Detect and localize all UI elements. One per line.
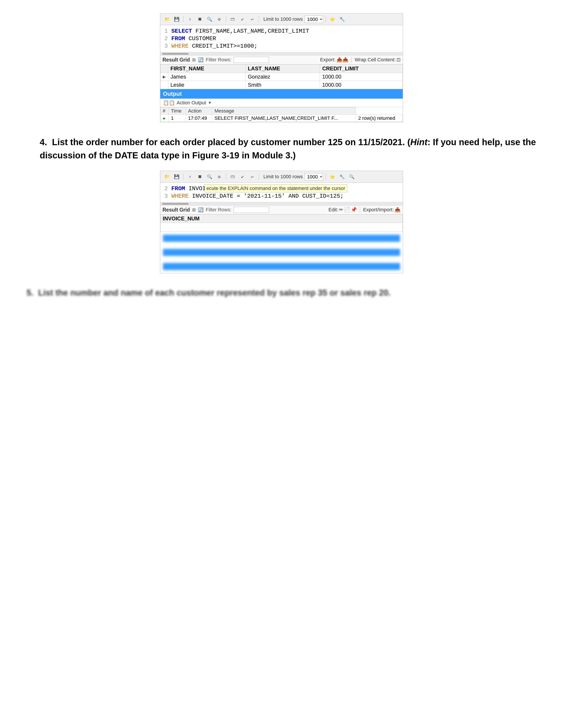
edit-icon-pencil: ✏ (339, 207, 343, 213)
hint-italic: Hint (410, 137, 428, 147)
grid-icon[interactable] (192, 57, 196, 62)
gap-2 (163, 257, 400, 262)
result-table-2: INVOICE_NUM (160, 214, 403, 232)
action-page-icon: 📋 (163, 100, 175, 106)
workbench-panel-2: Limit to 1000 rows 1000 2 FROM INVOICES … (160, 171, 403, 273)
result-grid-tab-2[interactable]: Result Grid (162, 207, 190, 213)
edit-icon-copy: 📄 (344, 207, 350, 213)
result-bar-2: Result Grid Filter Rows: Edit: ✏ 📄 📌 Exp… (160, 205, 403, 214)
filter-label: Filter Rows: (206, 57, 231, 63)
limit-label-2: Limit to 1000 rows (263, 174, 303, 180)
save-icon[interactable] (173, 15, 180, 23)
db-icon[interactable] (229, 15, 237, 23)
limit-select[interactable]: 1000 (305, 16, 323, 23)
search-icon-3[interactable] (348, 173, 356, 181)
refresh-icon[interactable] (198, 57, 203, 62)
export-button[interactable]: Export: 📤 (320, 57, 349, 63)
search-icon[interactable] (205, 15, 213, 23)
table-row-empty (160, 223, 403, 232)
sql-content-3a: WHERE INVOICE_DATE = '2021-11-15' AND CU… (171, 193, 344, 199)
folder-icon[interactable] (163, 15, 171, 23)
col-invoice-num: INVOICE_NUM (160, 215, 403, 223)
sql-condition-2: INVOICE_DATE = '2021-11-15' AND CUST_ID=… (192, 193, 344, 199)
stop-icon[interactable] (196, 15, 204, 23)
export-label: Export: (320, 57, 336, 63)
cell-last-name: Gonzalez (245, 73, 320, 81)
execute-icon-2[interactable] (186, 173, 194, 181)
filter-input[interactable] (233, 57, 269, 63)
blurred-results (160, 232, 403, 273)
item-4: 4. List the order number for each order … (26, 135, 537, 162)
log-message: 2 row(s) returned (356, 115, 403, 122)
wrench-icon-2[interactable] (338, 173, 346, 181)
output-bar: Output (160, 89, 403, 99)
refresh-icon-2[interactable] (198, 207, 203, 212)
item-5-blurred: 5. List the number and name of each cust… (26, 287, 537, 299)
sql-line-2a: 2 FROM INVOICES ecute the EXPLAIN comman… (160, 185, 403, 192)
cell-credit-limit: 1000.00 (320, 81, 403, 89)
action-bar: 📋 Action Output ▼ (160, 99, 403, 107)
wrench-icon[interactable] (338, 15, 346, 23)
export-import-button[interactable]: Export/Import: 📤 (363, 207, 401, 213)
col-arrow (160, 65, 168, 73)
save-icon-2[interactable] (173, 173, 180, 181)
sql-cols: FIRST_NAME,LAST_NAME,CREDIT_LIMIT (195, 28, 309, 34)
section-panel2: Limit to 1000 rows 1000 2 FROM INVOICES … (26, 171, 537, 273)
cell-first-name: Leslie (168, 81, 245, 89)
grid-icon-2[interactable] (192, 207, 196, 212)
col-credit-limit: CREDIT_LIMIT (320, 65, 403, 73)
scroll-thumb-2 (162, 203, 188, 205)
explain-icon[interactable] (215, 15, 223, 23)
line-num-2: 2 (160, 35, 171, 42)
action-dropdown[interactable]: ▼ (208, 101, 212, 105)
star-icon-2[interactable] (329, 173, 337, 181)
sql-line-3: 3 WHERE CREDIT_LIMIT>=1000; (160, 42, 403, 50)
sql-content-2: FROM CUSTOMER (171, 35, 216, 42)
rollback-icon[interactable] (248, 15, 256, 23)
search-icon-2[interactable] (205, 173, 213, 181)
workbench-panel-1: Limit to 1000 rows 1000 1 SELECT FIRST_N… (160, 13, 403, 122)
filter-input-2[interactable] (233, 207, 269, 213)
star-icon[interactable] (329, 15, 337, 23)
db-icon-2[interactable] (229, 173, 237, 181)
edit-button[interactable]: Edit: ✏ 📄 📌 (329, 207, 357, 213)
limit-select-2[interactable]: 1000 (305, 173, 323, 180)
action-output-label: Action Output (177, 100, 206, 106)
tooltip-overlay: ecute the EXPLAIN command on the stateme… (204, 184, 347, 192)
sql-editor-1[interactable]: 1 SELECT FIRST_NAME,LAST_NAME,CREDIT_LIM… (160, 25, 403, 52)
keyword-select: SELECT (171, 28, 195, 34)
table-row: ▶ James Gonzalez 1000.00 (160, 73, 403, 81)
export-import-icon: 📤 (395, 207, 401, 213)
sql-content-3: WHERE CREDIT_LIMIT>=1000; (171, 43, 257, 49)
line-num-3: 3 (160, 43, 171, 49)
toolbar-1: Limit to 1000 rows 1000 (160, 13, 403, 25)
col-first-name: FIRST_NAME (168, 65, 245, 73)
limit-label: Limit to 1000 rows (263, 16, 303, 22)
rollback-icon-2[interactable] (248, 173, 256, 181)
sql-editor-2[interactable]: 2 FROM INVOICES ecute the EXPLAIN comman… (160, 183, 403, 202)
wrap-button[interactable]: Wrap Cell Content: ⊡ (355, 57, 401, 63)
filter-label-2: Filter Rows: (206, 207, 231, 213)
blurred-row-1 (163, 235, 400, 242)
explain-icon-2[interactable] (215, 173, 223, 181)
execute-icon[interactable] (186, 15, 194, 23)
result-grid-tab[interactable]: Result Grid (162, 57, 190, 63)
commit-icon-2[interactable] (238, 173, 246, 181)
scroll-bar-2 (160, 202, 403, 205)
export-import-label: Export/Import: (363, 207, 394, 213)
scroll-bar-1 (160, 52, 403, 55)
stop-icon-2[interactable] (196, 173, 204, 181)
section-panel1: Limit to 1000 rows 1000 1 SELECT FIRST_N… (26, 13, 537, 122)
line-num-2a: 2 (160, 185, 171, 192)
col-last-name: LAST_NAME (245, 65, 320, 73)
sql-content-1: SELECT FIRST_NAME,LAST_NAME,CREDIT_LIMIT (171, 28, 309, 34)
wrap-icon: ⊡ (397, 57, 401, 63)
log-col-time: Time (169, 107, 186, 115)
folder-icon-2[interactable] (163, 173, 171, 181)
commit-icon[interactable] (238, 15, 246, 23)
log-col-action: Action (186, 107, 212, 115)
cell-first-name: James (168, 73, 245, 81)
sql-table: CUSTOMER (188, 35, 216, 42)
log-num: 1 (169, 115, 186, 122)
wrap-label: Wrap Cell Content: (355, 57, 396, 63)
